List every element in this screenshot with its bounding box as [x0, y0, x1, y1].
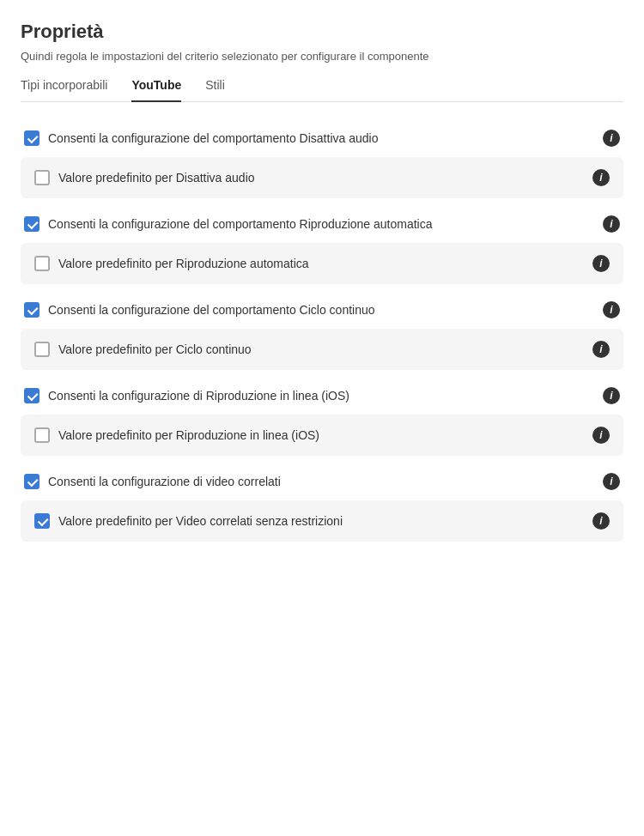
- sections-container: Consenti la configurazione del comportam…: [21, 119, 623, 542]
- sub-label-riproduzione-automatica: Valore predefinito per Riproduzione auto…: [58, 257, 584, 270]
- sub-checkbox-riproduzione-ios[interactable]: [34, 427, 50, 443]
- sub-label-disattiva-audio: Valore predefinito per Disattiva audio: [58, 171, 584, 185]
- sub-info-icon-video-correlati[interactable]: i: [592, 512, 610, 530]
- tab-stili[interactable]: Stili: [205, 78, 225, 102]
- main-label-video-correlati: Consenti la configurazione di video corr…: [48, 475, 594, 488]
- sub-checkbox-video-correlati[interactable]: [34, 513, 50, 529]
- sub-info-icon-ciclo-continuo[interactable]: i: [592, 341, 610, 358]
- section-riproduzione-ios: Consenti la configurazione di Riproduzio…: [21, 377, 623, 456]
- tab-tipi[interactable]: Tipi incorporabili: [21, 78, 107, 102]
- sub-info-icon-disattiva-audio[interactable]: i: [592, 169, 610, 186]
- main-row-riproduzione-automatica: Consenti la configurazione del comportam…: [21, 205, 623, 243]
- section-riproduzione-automatica: Consenti la configurazione del comportam…: [21, 205, 623, 284]
- sub-section-riproduzione-ios: Valore predefinito per Riproduzione in l…: [21, 415, 623, 456]
- main-info-icon-riproduzione-automatica[interactable]: i: [603, 215, 620, 233]
- sub-label-riproduzione-ios: Valore predefinito per Riproduzione in l…: [58, 428, 584, 442]
- section-ciclo-continuo: Consenti la configurazione del comportam…: [21, 291, 623, 370]
- main-info-icon-riproduzione-ios[interactable]: i: [603, 387, 620, 404]
- sub-section-riproduzione-automatica: Valore predefinito per Riproduzione auto…: [21, 243, 623, 284]
- main-row-disattiva-audio: Consenti la configurazione del comportam…: [21, 119, 623, 157]
- main-info-icon-disattiva-audio[interactable]: i: [603, 130, 620, 147]
- main-label-disattiva-audio: Consenti la configurazione del comportam…: [48, 131, 594, 145]
- sub-section-disattiva-audio: Valore predefinito per Disattiva audioi: [21, 157, 623, 198]
- page-title: Proprietà: [21, 21, 623, 43]
- main-label-ciclo-continuo: Consenti la configurazione del comportam…: [48, 303, 594, 317]
- tab-youtube[interactable]: YouTube: [131, 78, 181, 102]
- page-subtitle: Quindi regola le impostazioni del criter…: [21, 50, 623, 63]
- section-video-correlati: Consenti la configurazione di video corr…: [21, 463, 623, 542]
- main-label-riproduzione-ios: Consenti la configurazione di Riproduzio…: [48, 389, 594, 403]
- main-checkbox-video-correlati[interactable]: [24, 474, 39, 489]
- main-label-riproduzione-automatica: Consenti la configurazione del comportam…: [48, 217, 594, 231]
- sub-label-video-correlati: Valore predefinito per Video correlati s…: [58, 514, 584, 528]
- sub-info-icon-riproduzione-automatica[interactable]: i: [592, 255, 610, 272]
- main-row-riproduzione-ios: Consenti la configurazione di Riproduzio…: [21, 377, 623, 415]
- main-info-icon-ciclo-continuo[interactable]: i: [603, 301, 620, 318]
- main-row-ciclo-continuo: Consenti la configurazione del comportam…: [21, 291, 623, 329]
- section-disattiva-audio: Consenti la configurazione del comportam…: [21, 119, 623, 198]
- main-checkbox-riproduzione-ios[interactable]: [24, 388, 39, 403]
- sub-section-ciclo-continuo: Valore predefinito per Ciclo continuoi: [21, 329, 623, 370]
- main-row-video-correlati: Consenti la configurazione di video corr…: [21, 463, 623, 500]
- sub-checkbox-disattiva-audio[interactable]: [34, 170, 50, 185]
- sub-info-icon-riproduzione-ios[interactable]: i: [592, 427, 610, 444]
- sub-section-video-correlati: Valore predefinito per Video correlati s…: [21, 500, 623, 542]
- sub-checkbox-ciclo-continuo[interactable]: [34, 342, 50, 357]
- sub-label-ciclo-continuo: Valore predefinito per Ciclo continuo: [58, 342, 584, 356]
- main-checkbox-disattiva-audio[interactable]: [24, 130, 39, 146]
- tabs-bar: Tipi incorporabili YouTube Stili: [21, 78, 623, 102]
- main-checkbox-ciclo-continuo[interactable]: [24, 302, 39, 318]
- main-info-icon-video-correlati[interactable]: i: [603, 473, 620, 490]
- main-checkbox-riproduzione-automatica[interactable]: [24, 216, 39, 232]
- sub-checkbox-riproduzione-automatica[interactable]: [34, 256, 50, 271]
